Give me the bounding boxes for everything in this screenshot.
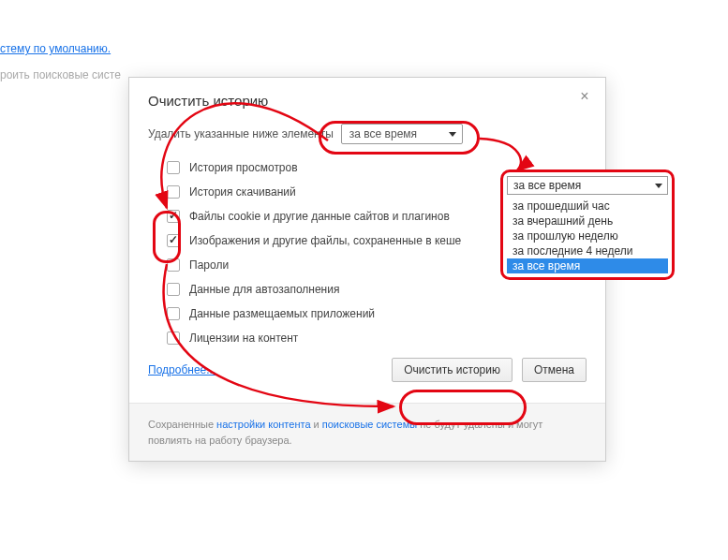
dropdown-option[interactable]: за вчерашний день bbox=[507, 214, 668, 228]
dropdown-selected[interactable]: за все время bbox=[507, 176, 668, 195]
time-range-label: Удалить указанные ниже элементы bbox=[148, 127, 334, 140]
checkbox-label: История просмотров bbox=[189, 161, 298, 174]
bg-link-default[interactable]: стему по умолчанию. bbox=[0, 42, 121, 55]
checkbox-download-history[interactable] bbox=[167, 185, 180, 199]
checkbox-passwords[interactable] bbox=[167, 258, 180, 272]
footer-text-pre: Сохраненные bbox=[148, 419, 216, 430]
dialog-header: Очистить историю × bbox=[129, 78, 605, 114]
checkbox-content-licenses[interactable] bbox=[167, 332, 180, 345]
checkbox-label: Данные для автозаполнения bbox=[189, 283, 339, 296]
time-range-select[interactable]: за все время bbox=[341, 124, 463, 144]
checkbox-browsing-history[interactable] bbox=[167, 161, 180, 174]
footer-link-search-engines[interactable]: поисковые системы bbox=[322, 419, 417, 430]
footer-link-content-settings[interactable]: настройки контента bbox=[216, 419, 310, 430]
checkbox-hosted-apps[interactable] bbox=[167, 307, 180, 320]
checkbox-cookies[interactable] bbox=[167, 210, 180, 223]
checkbox-autofill[interactable] bbox=[167, 283, 180, 296]
footer-text-mid: и bbox=[311, 419, 322, 430]
cancel-button[interactable]: Отмена bbox=[522, 358, 587, 382]
checkbox-label: История скачиваний bbox=[189, 185, 296, 199]
dialog-footer: Сохраненные настройки контента и поисков… bbox=[129, 403, 605, 461]
clear-button[interactable]: Очистить историю bbox=[392, 358, 513, 382]
checkbox-cache[interactable] bbox=[167, 234, 180, 247]
dialog-title: Очистить историю bbox=[148, 93, 268, 109]
checkbox-row: Данные размещаемых приложений bbox=[167, 302, 587, 326]
checkbox-label: Лицензии на контент bbox=[189, 332, 298, 345]
dropdown-option-selected[interactable]: за все время bbox=[507, 258, 668, 273]
checkbox-row: Лицензии на контент bbox=[167, 326, 587, 350]
checkbox-label: Файлы cookie и другие данные сайтов и пл… bbox=[189, 210, 450, 223]
dropdown-option[interactable]: за прошлую неделю bbox=[507, 228, 668, 243]
checkbox-label: Пароли bbox=[189, 258, 229, 272]
checkbox-label: Изображения и другие файлы, сохраненные … bbox=[189, 234, 461, 247]
time-range-value: за все время bbox=[349, 127, 417, 140]
close-icon[interactable]: × bbox=[577, 89, 592, 104]
checkbox-row: Данные для автозаполнения bbox=[167, 277, 587, 302]
dropdown-selected-value: за все время bbox=[513, 179, 581, 192]
background-links: стему по умолчанию. роить поисковые сист… bbox=[0, 42, 121, 81]
bg-link-search: роить поисковые систе bbox=[0, 68, 121, 81]
time-range-row: Удалить указанные ниже элементы за все в… bbox=[148, 124, 587, 144]
dropdown-option[interactable]: за прошедший час bbox=[507, 199, 668, 214]
dropdown-option[interactable]: за последние 4 недели bbox=[507, 243, 668, 258]
more-link[interactable]: Подробнее... bbox=[148, 363, 215, 376]
checkbox-label: Данные размещаемых приложений bbox=[189, 307, 375, 320]
time-range-dropdown-open: за все время за прошедший час за вчерашн… bbox=[500, 169, 675, 280]
